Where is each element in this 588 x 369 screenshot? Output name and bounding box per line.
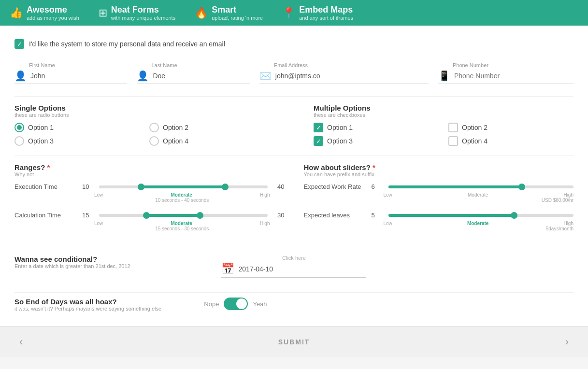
consent-row: ✓ I'd like the system to store my person… <box>14 35 574 53</box>
tick-mod-exec: Moderate <box>171 192 192 198</box>
email-label: Email Address <box>274 62 429 68</box>
email-input[interactable] <box>275 72 429 80</box>
conditional-subtitle: Enter a date which is greater than 21st … <box>14 263 194 269</box>
check-option-1[interactable]: ✓ Option 1 <box>314 123 439 132</box>
check-label-3: Option 3 <box>327 137 353 145</box>
first-name-input[interactable] <box>30 72 127 80</box>
prev-button[interactable]: ‹ <box>14 334 28 350</box>
date-input[interactable] <box>238 265 366 273</box>
toggle-row: So End of Days was all hoax? it was, was… <box>14 292 574 316</box>
check-option-2[interactable]: Option 2 <box>448 123 574 132</box>
execution-time-group: Execution Time 10 40 Low Moderate <box>14 183 285 203</box>
last-name-input[interactable] <box>153 72 249 80</box>
check-label-4: Option 4 <box>462 137 488 145</box>
next-button[interactable]: › <box>560 334 574 350</box>
tick-high-exec: High <box>260 192 270 198</box>
leaves-slider[interactable] <box>388 214 574 217</box>
tick-low-wr: Low <box>384 192 392 198</box>
header-awesome-subtitle: add as many you wish <box>27 15 79 21</box>
person2-icon: 👤 <box>137 70 149 82</box>
work-rate-group: Expected Work Rate 6 Low Moderate High <box>304 183 574 203</box>
tick-low-calc: Low <box>94 221 103 226</box>
radio-circle-4 <box>149 136 159 146</box>
radio-label-2: Option 2 <box>163 124 188 131</box>
date-hint: Click here <box>282 255 306 261</box>
tick-low-exec: Low <box>94 192 103 198</box>
phone-group: Phone Number 📱 <box>438 62 574 84</box>
toggle-area: Nope Yeah <box>204 298 384 310</box>
header-neat-forms: ⊞ Neat Forms with many unique elements <box>99 5 175 21</box>
header-smart-subtitle: upload, rating 'n more <box>212 15 263 21</box>
toggle-title: So End of Days was all hoax? <box>14 298 194 306</box>
header-neat-forms-subtitle: with many unique elements <box>111 15 175 21</box>
calc-thumb-left[interactable] <box>143 212 150 219</box>
header-awesome-title: Awesome <box>27 5 79 15</box>
consent-label: I'd like the system to store my personal… <box>29 40 225 48</box>
header-smart-title: Smart <box>212 5 263 15</box>
execution-thumb-right[interactable] <box>222 184 229 190</box>
multiple-options-title: Multiple Options <box>314 104 574 112</box>
calculation-time-label: Calculation Time <box>14 212 77 219</box>
radio-option-4[interactable]: Option 4 <box>149 136 274 146</box>
header-smart: 🔥 Smart upload, rating 'n more <box>195 5 263 21</box>
phone-input[interactable] <box>454 72 574 80</box>
checkbox-4 <box>448 136 458 146</box>
consent-checkbox[interactable]: ✓ <box>14 39 24 49</box>
radio-circle-3 <box>14 136 24 146</box>
tick-mod-wr: Moderate <box>468 192 488 198</box>
check-option-3[interactable]: ✓ Option 3 <box>314 136 439 146</box>
tick-low-lv: Low <box>384 221 392 226</box>
execution-time-slider[interactable] <box>99 185 268 188</box>
single-options-subtitle: these are radio buttons <box>14 112 274 118</box>
multiple-options-subtitle: these are checkboxes <box>314 112 574 118</box>
person-icon: 👤 <box>14 70 27 82</box>
calculation-time-slider[interactable] <box>99 214 268 217</box>
tick-high-calc: High <box>260 221 270 226</box>
multiple-options-section: Multiple Options these are checkboxes ✓ … <box>314 104 574 146</box>
fire-icon: 🔥 <box>195 7 208 19</box>
tick-mod-calc: Moderate <box>171 221 192 226</box>
single-options-grid: Option 1 Option 2 Option 3 Option 4 <box>14 123 274 146</box>
phone-icon: 📱 <box>438 70 450 82</box>
toggle-switch[interactable] <box>224 298 248 310</box>
calendar-icon[interactable]: 📅 <box>221 263 234 275</box>
ranges-section: Ranges? * Why not Execution Time 10 40 <box>14 163 285 240</box>
ranges-title: Ranges? * <box>14 163 285 171</box>
radio-label-4: Option 4 <box>163 137 188 145</box>
last-name-group: Last Name 👤 <box>137 62 249 84</box>
leaves-label: Expected leaves <box>304 212 367 219</box>
execution-time-min: 10 <box>82 183 94 190</box>
yeah-label: Yeah <box>253 300 267 308</box>
single-options-section: Single Options these are radio buttons O… <box>14 104 274 146</box>
submit-button[interactable]: SUBMIT <box>278 338 310 346</box>
conditional-row: Wanna see conditional? Enter a date whic… <box>14 250 574 283</box>
fields-row: First Name 👤 Last Name 👤 Email Address ✉… <box>14 62 574 84</box>
calc-thumb-right[interactable] <box>197 212 203 219</box>
calculation-time-min: 15 <box>82 212 94 219</box>
check-label-1: Option 1 <box>327 124 353 131</box>
email-icon: ✉️ <box>259 70 272 82</box>
header-embed-maps: 📍 Embed Maps and any sort of iframes <box>282 5 353 21</box>
radio-option-3[interactable]: Option 3 <box>14 136 140 146</box>
first-name-group: First Name 👤 <box>14 62 127 84</box>
work-rate-thumb[interactable] <box>518 184 525 190</box>
header-embed-maps-subtitle: and any sort of iframes <box>299 15 353 21</box>
calculation-time-group: Calculation Time 15 30 Low Moderat <box>14 212 285 231</box>
conditional-title: Wanna see conditional? <box>14 255 194 263</box>
execution-thumb-left[interactable] <box>138 184 144 190</box>
options-row: Single Options these are radio buttons O… <box>14 104 574 146</box>
main-content: ✓ I'd like the system to store my person… <box>0 26 588 326</box>
execution-time-label: Execution Time <box>14 183 77 190</box>
toggle-text: So End of Days was all hoax? it was, was… <box>14 298 194 312</box>
work-rate-slider[interactable] <box>388 185 574 188</box>
execution-unit: 10 seconds - 40 seconds <box>94 198 270 203</box>
header-embed-maps-title: Embed Maps <box>299 5 353 15</box>
tick-high-wr: High <box>563 192 574 198</box>
check-option-4[interactable]: Option 4 <box>448 136 574 146</box>
radio-option-1[interactable]: Option 1 <box>14 123 140 132</box>
first-name-label: First Name <box>29 62 127 68</box>
radio-option-2[interactable]: Option 2 <box>149 123 274 132</box>
nope-label: Nope <box>204 300 219 308</box>
leaves-thumb[interactable] <box>511 212 517 219</box>
multiple-options-grid: ✓ Option 1 Option 2 ✓ Option 3 Option 4 <box>314 123 574 146</box>
